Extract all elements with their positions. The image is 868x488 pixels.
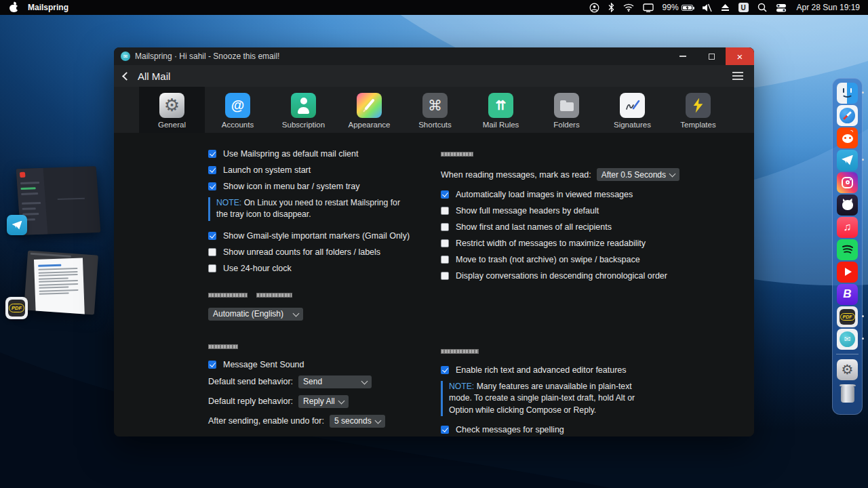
checkbox-message-sent-sound[interactable]: Message Sent Sound: [208, 359, 436, 370]
eject-icon[interactable]: [721, 4, 730, 12]
tab-shortcuts[interactable]: ⌘ Shortcuts: [402, 87, 468, 133]
composing-section-header-redacted: [441, 346, 669, 356]
reply-behavior-label: Default reply behavior:: [208, 396, 293, 406]
apple-menu-icon[interactable]: [9, 2, 18, 13]
checkbox-show-tray-icon[interactable]: Show icon in menu bar / system tray: [208, 181, 436, 192]
checkbox-first-last-names[interactable]: Show first and last names of all recipie…: [441, 222, 669, 232]
send-behavior-dropdown[interactable]: Send: [298, 375, 372, 388]
menubar-app-name[interactable]: Mailspring: [28, 3, 68, 12]
checkbox-rich-text[interactable]: Enable rich text and advanced editor fea…: [441, 365, 669, 375]
tab-templates[interactable]: Templates: [665, 87, 731, 133]
general-preferences-content: Use Mailspring as default mail client La…: [114, 133, 754, 436]
running-indicator: [862, 338, 864, 340]
checkbox-checked-icon: [441, 190, 449, 199]
search-icon[interactable]: [757, 3, 767, 12]
menubar-clock[interactable]: Apr 28 Sun 19:19: [797, 3, 860, 12]
dock-instagram[interactable]: [836, 171, 859, 193]
tray-note: NOTE: On Linux you need to restart Mails…: [208, 197, 412, 221]
preferences-tabs: ⚙ General @ Accounts Subscription Appear…: [114, 87, 754, 133]
maximize-button[interactable]: [697, 47, 726, 65]
checkbox-unread-counts[interactable]: Show unread counts for all folders / lab…: [208, 247, 436, 258]
undo-send-dropdown[interactable]: 5 seconds: [330, 415, 385, 428]
dock-telegram[interactable]: [836, 149, 859, 171]
reddit-icon: [837, 127, 858, 148]
minimized-pdf-document-preview[interactable]: [24, 250, 98, 314]
display-icon[interactable]: [643, 3, 654, 12]
dock-reddit[interactable]: [836, 127, 859, 148]
checkbox-full-headers[interactable]: Show full message headers by default: [441, 205, 669, 216]
undo-send-label: After sending, enable undo for:: [208, 416, 324, 426]
pdf-icon: PDF: [837, 306, 858, 327]
dock-safari[interactable]: [836, 104, 859, 126]
dock-b-app[interactable]: B: [836, 283, 859, 305]
checkbox-spelling[interactable]: Check messages for spelling: [441, 424, 669, 435]
tab-appearance[interactable]: Appearance: [336, 87, 402, 133]
dock-finder[interactable]: [836, 82, 859, 104]
paintbrush-icon: [357, 93, 382, 118]
telegram-icon: [837, 150, 858, 171]
language-section-header-redacted: [208, 290, 436, 300]
checkbox-checked-icon: [208, 232, 216, 240]
desktop: Mailspring 99%: [0, 0, 868, 488]
wifi-icon[interactable]: [623, 3, 634, 12]
battery-indicator[interactable]: 99%: [663, 3, 693, 12]
checkbox-restrict-width[interactable]: Restrict width of messages to maximize r…: [441, 238, 669, 249]
tab-signatures[interactable]: Signatures: [599, 87, 665, 133]
mailspring-window-icon: ✉: [121, 52, 130, 61]
checkbox-checked-icon: [208, 182, 216, 190]
menu-hamburger-icon[interactable]: [732, 72, 743, 80]
preferences-header: All Mail: [114, 65, 754, 87]
control-center-icon[interactable]: [776, 3, 787, 12]
minimized-telegram-window-preview[interactable]: [16, 166, 101, 235]
sending-section-header-redacted: [208, 342, 436, 351]
language-dropdown[interactable]: Automatic (English): [208, 308, 303, 321]
safari-icon: [837, 105, 858, 126]
checkbox-descending-order[interactable]: Display conversations in descending chro…: [441, 270, 669, 281]
checkbox-default-mail-client[interactable]: Use Mailspring as default mail client: [208, 148, 436, 159]
command-key-icon: ⌘: [422, 93, 448, 118]
back-chevron-icon[interactable]: [122, 72, 131, 81]
bluetooth-icon[interactable]: [608, 3, 614, 12]
plain-text-note: NOTE: Many features are unavailable in p…: [441, 381, 655, 416]
mark-as-read-dropdown[interactable]: After 0.5 Seconds: [597, 168, 679, 181]
person-icon: [291, 93, 316, 118]
right-settings-column: When reading messages, mark as read: Aft…: [441, 133, 669, 436]
checkbox-auto-load-images[interactable]: Automatically load images in viewed mess…: [441, 189, 669, 200]
dock-trash[interactable]: [836, 384, 859, 405]
dock-spotify[interactable]: [836, 239, 859, 260]
b-app-icon: B: [837, 284, 858, 305]
dock-github[interactable]: [836, 194, 859, 216]
battery-charging-icon: [682, 5, 693, 11]
tab-mail-rules[interactable]: ⇈ Mail Rules: [468, 87, 534, 133]
checkbox-launch-on-start[interactable]: Launch on system start: [208, 165, 436, 176]
tab-general[interactable]: ⚙ General: [139, 87, 205, 133]
minimize-button[interactable]: [669, 47, 697, 65]
dock-apple-music[interactable]: ♫: [836, 216, 859, 238]
dock-pdf-reader[interactable]: PDF: [836, 306, 859, 327]
checkbox-unchecked-icon: [441, 272, 449, 280]
checkbox-move-to-trash[interactable]: Move to trash (not archive) on swipe / b…: [441, 254, 669, 265]
telegram-app-badge-icon[interactable]: [7, 215, 27, 235]
dock-system-settings[interactable]: ⚙: [836, 359, 859, 380]
left-settings-column: Use Mailspring as default mail client La…: [208, 133, 436, 434]
checkbox-gmail-markers[interactable]: Show Gmail-style important markers (Gmai…: [208, 230, 436, 241]
reading-section-header-redacted: [441, 149, 669, 159]
gear-icon: ⚙: [159, 93, 184, 118]
volume-muted-icon[interactable]: [702, 3, 712, 12]
tab-subscription[interactable]: Subscription: [271, 87, 336, 133]
dock-mailspring[interactable]: ✉: [836, 328, 859, 350]
window-titlebar[interactable]: ✉ Mailspring · Hi sahil - Snooze this em…: [114, 47, 754, 65]
dock-youtube[interactable]: [836, 261, 859, 283]
pdf-app-badge-icon[interactable]: PDF: [5, 297, 28, 319]
reply-behavior-dropdown[interactable]: Reply All: [298, 395, 349, 408]
back-to-all-mail[interactable]: All Mail: [138, 70, 170, 82]
user-account-icon[interactable]: [589, 3, 599, 13]
checkbox-24-hour-clock[interactable]: Use 24-hour clock: [208, 263, 436, 274]
tab-folders[interactable]: Folders: [534, 87, 599, 133]
tab-accounts[interactable]: @ Accounts: [205, 87, 271, 133]
keyboard-layout-indicator[interactable]: U: [738, 3, 749, 12]
close-button[interactable]: ×: [726, 47, 754, 65]
checkbox-checked-icon: [208, 361, 216, 369]
mark-as-read-label: When reading messages, mark as read:: [441, 170, 591, 180]
youtube-play-icon: [837, 262, 858, 283]
